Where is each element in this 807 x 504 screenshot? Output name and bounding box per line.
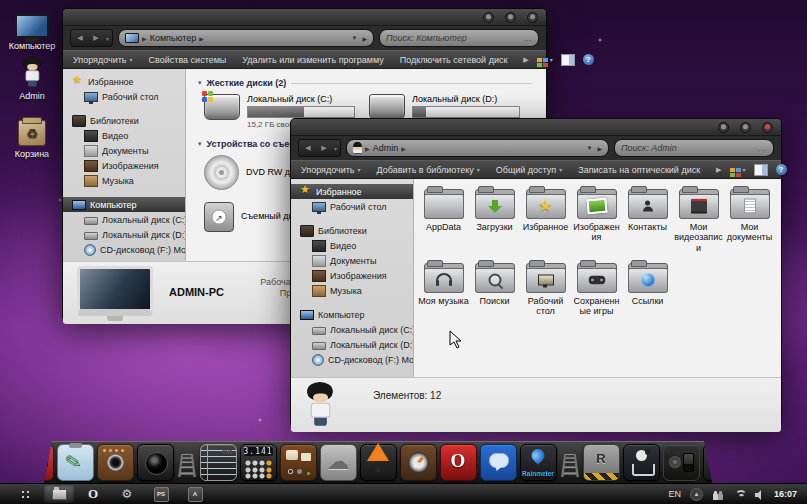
address-bar[interactable]: ▶ Компьютер ▶ ▼▶	[118, 29, 374, 47]
sidebar-item[interactable]: Документы	[63, 143, 185, 158]
sidebar-item[interactable]: Изображения	[291, 268, 413, 283]
cloud-app-icon[interactable]	[320, 444, 357, 481]
sidebar-item[interactable]: Рабочий стол	[63, 89, 185, 104]
views-dropdown-icon[interactable]: ▾	[550, 56, 553, 63]
back-button[interactable]: ◀	[301, 142, 315, 154]
folder-item[interactable]: Мои документы	[724, 189, 775, 253]
crumb-arrow-icon[interactable]: ▶	[199, 35, 204, 42]
crumb-arrow-icon[interactable]: ▶	[142, 35, 147, 42]
preview-pane-icon[interactable]	[561, 54, 575, 66]
folder-item[interactable]: Поиски	[469, 263, 520, 317]
sidebar-item[interactable]: Изображения	[63, 158, 185, 173]
minimize-button[interactable]	[718, 122, 729, 133]
settings-taskbar-button[interactable]: ⚙	[112, 485, 142, 503]
minimize-button[interactable]	[483, 12, 494, 23]
toolbar-more-icon[interactable]: ▶	[523, 56, 528, 64]
collapse-arrow-icon[interactable]: ▾	[198, 79, 202, 87]
sidebar-item[interactable]: CD-дисковод (F:) Mobile I	[63, 242, 185, 257]
explorer-taskbar-button[interactable]	[44, 485, 74, 503]
help-icon[interactable]: ?	[776, 164, 787, 175]
power-switch-app-icon[interactable]	[663, 444, 700, 481]
calculator-app-icon[interactable]: 3.141	[240, 444, 277, 481]
views-icon[interactable]	[730, 168, 735, 172]
go-refresh-icon[interactable]: ▶	[362, 35, 367, 42]
sidebar-item[interactable]: Библиотеки	[63, 113, 185, 128]
chat-app-icon[interactable]	[480, 444, 517, 481]
opera-taskbar-button[interactable]: O	[78, 485, 108, 503]
address-dropdown-icon[interactable]: ▼	[586, 145, 592, 151]
breadcrumb-segment[interactable]: Admin	[373, 143, 399, 153]
volume-tray-icon[interactable]	[755, 490, 765, 499]
clock[interactable]: 16:07	[774, 489, 797, 499]
collapse-arrow-icon[interactable]: ▾	[198, 140, 202, 148]
folder-item[interactable]: Загрузки	[469, 189, 520, 253]
notes-app-icon[interactable]	[57, 444, 94, 481]
admin-window-titlebar[interactable]	[291, 119, 781, 136]
sidebar-item[interactable]: Музыка	[291, 283, 413, 298]
history-dropdown-icon[interactable]: ▾	[105, 35, 110, 42]
sidebar-item[interactable]: Видео	[291, 238, 413, 253]
start-button[interactable]	[10, 485, 40, 503]
close-button[interactable]	[527, 12, 538, 23]
folder-item[interactable]: Рабочий стол	[520, 263, 571, 317]
sidebar-item[interactable]: Локальный диск (C:)	[291, 322, 413, 337]
speaker-app-icon[interactable]	[97, 444, 134, 481]
network-tray-icon[interactable]	[734, 490, 746, 499]
sidebar-item[interactable]: Видео	[63, 128, 185, 143]
sidebar-item[interactable]: Локальный диск (C:)	[63, 212, 185, 227]
apple-mail-app-icon[interactable]	[623, 444, 660, 481]
toolbar-button[interactable]: Общий доступ▾	[496, 165, 562, 175]
sidebar-item[interactable]: Документы	[291, 253, 413, 268]
photoshop-taskbar-button[interactable]: PS	[146, 485, 176, 503]
sidebar-item[interactable]: Рабочий стол	[291, 199, 413, 214]
close-button[interactable]	[762, 122, 773, 133]
forward-button[interactable]: ▶	[317, 142, 331, 154]
address-bar[interactable]: ▶ Admin ▶ ▼▶	[346, 139, 609, 157]
folder-item[interactable]: Ссылки	[622, 263, 673, 317]
compass-browser-app-icon[interactable]	[400, 444, 437, 481]
opera-app-icon[interactable]: O	[440, 444, 477, 481]
go-refresh-icon[interactable]: ▶	[597, 145, 602, 152]
folder-item[interactable]: AppData	[418, 189, 469, 253]
language-indicator[interactable]: EN	[668, 489, 681, 499]
sidebar-item[interactable]: Избранное	[63, 74, 185, 89]
crumb-arrow-icon[interactable]: ▶	[401, 145, 406, 152]
sidebar-item[interactable]: Компьютер	[291, 307, 413, 322]
maximize-button[interactable]	[505, 12, 516, 23]
toolbar-button[interactable]: Добавить в библиотеку▾	[377, 165, 480, 175]
back-button[interactable]: ◀	[73, 32, 87, 44]
views-dropdown-icon[interactable]: ▾	[743, 166, 746, 173]
rainmeter-app-icon[interactable]: Rainmeter	[520, 444, 557, 481]
search-options-icon[interactable]: …	[758, 143, 767, 153]
sidebar-item[interactable]: CD-дисковод (F:) Mobile I	[291, 352, 413, 367]
folder-item[interactable]: Избранное	[520, 189, 571, 253]
toolbar-button[interactable]: Записать на оптический диск	[578, 165, 700, 175]
hidden-icons-button[interactable]: ▲	[690, 488, 703, 501]
sidebar-item[interactable]: Локальный диск (D:)	[63, 227, 185, 242]
camera-app-icon[interactable]	[137, 444, 174, 481]
folder-item[interactable]: Мои видеозаписи	[673, 189, 724, 253]
maximize-button[interactable]	[740, 122, 751, 133]
toolbar-button[interactable]: Удалить или изменить программу	[242, 55, 383, 65]
folder-item[interactable]: Моя музыка	[418, 263, 469, 317]
r-plate-app-icon[interactable]: R	[583, 444, 620, 481]
toolbar-button[interactable]: Подключить сетевой диск	[400, 55, 508, 65]
folder-item[interactable]: Сохраненные игры	[571, 263, 622, 317]
forward-button[interactable]: ▶	[89, 32, 103, 44]
sidebar-item[interactable]: Музыка	[63, 173, 185, 188]
folder-item[interactable]: Изображения	[571, 189, 622, 253]
toolbar-button[interactable]: Упорядочить▾	[73, 55, 133, 65]
aimp-app-icon[interactable]: •••	[360, 444, 397, 481]
amp-app-icon[interactable]	[280, 444, 317, 481]
sidebar-item[interactable]: Компьютер	[63, 197, 185, 212]
preview-pane-icon[interactable]	[754, 164, 768, 176]
toolbar-button[interactable]: Упорядочить▾	[301, 165, 361, 175]
desktop-icon-admin[interactable]: Admin	[1, 58, 63, 101]
text-file-app-icon[interactable]: txt	[200, 444, 237, 481]
sidebar-item[interactable]: Избранное	[291, 184, 413, 199]
breadcrumb-segment[interactable]: Компьютер	[150, 33, 197, 43]
section-header[interactable]: ▾Жесткие диски (2)	[198, 78, 538, 88]
desktop-icon-computer[interactable]: Компьютер	[1, 8, 63, 51]
app-a-taskbar-button[interactable]: A	[180, 485, 210, 503]
crumb-arrow-icon[interactable]: ▶	[365, 145, 370, 152]
